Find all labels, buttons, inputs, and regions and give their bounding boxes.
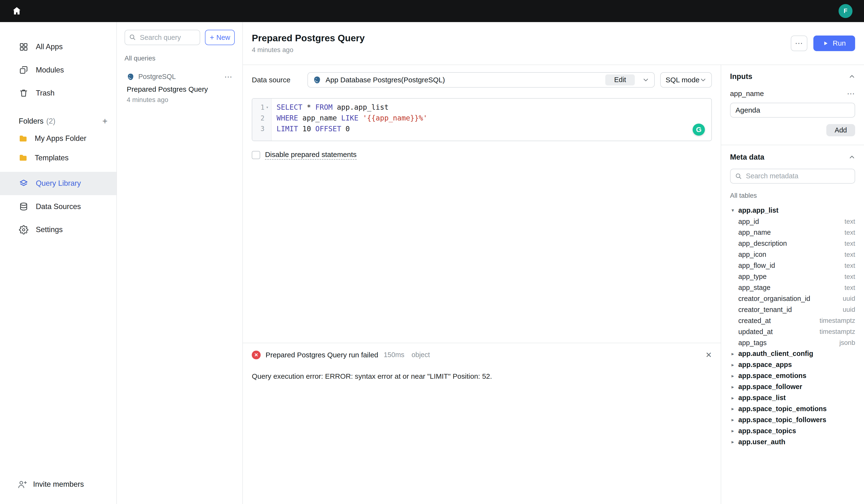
all-tables-label: All tables bbox=[730, 192, 855, 200]
code-token: app.app_list bbox=[333, 103, 388, 111]
folder-item-my-apps[interactable]: My Apps Folder bbox=[0, 129, 117, 148]
page-subtitle: 4 minutes ago bbox=[252, 46, 365, 54]
table-collapsed-row[interactable]: ▸app.space_topic_followers bbox=[730, 414, 855, 425]
table-column-row[interactable]: app_stagetext bbox=[730, 282, 855, 293]
table-name: app.space_follower bbox=[738, 383, 802, 391]
result-title: Prepared Postgres Query run failed bbox=[266, 351, 378, 359]
code-line[interactable]: WHERE app_name LIKE '{{app_name}}%' bbox=[276, 112, 711, 123]
sidebar-item-modules[interactable]: Modules bbox=[0, 58, 117, 81]
right-panel: Inputs app_name ⋯ Add bbox=[721, 65, 864, 504]
add-input-button[interactable]: Add bbox=[826, 124, 855, 136]
table-name: app.space_apps bbox=[738, 361, 792, 369]
table-collapsed-row[interactable]: ▸app.space_apps bbox=[730, 359, 855, 370]
metadata-search-input[interactable] bbox=[730, 169, 855, 184]
column-name: app_name bbox=[738, 228, 771, 237]
column-name: app_stage bbox=[738, 284, 770, 291]
metadata-tree: ▾ app.app_list app_idtextapp_nametextapp… bbox=[730, 204, 855, 447]
table-expanded-header[interactable]: ▾ app.app_list bbox=[730, 204, 855, 216]
sidebar-item-trash[interactable]: Trash bbox=[0, 82, 117, 105]
query-result-panel: ✕ Prepared Postgres Query run failed 150… bbox=[243, 343, 721, 504]
sql-mode-select[interactable]: SQL mode bbox=[660, 72, 712, 87]
column-type: uuid bbox=[843, 306, 855, 313]
column-name: app_description bbox=[738, 240, 787, 248]
table-column-row[interactable]: app_icontext bbox=[730, 249, 855, 260]
table-collapsed-row[interactable]: ▸app.space_topic_emotions bbox=[730, 404, 855, 415]
table-column-row[interactable]: app_tagsjsonb bbox=[730, 337, 855, 348]
table-column-row[interactable]: app_nametext bbox=[730, 227, 855, 238]
disable-prepared-label: Disable prepared statements bbox=[265, 151, 357, 159]
panel-divider bbox=[721, 145, 864, 145]
invite-members-button[interactable]: Invite members bbox=[0, 473, 117, 495]
code-line[interactable]: SELECT * FROM app.app_list bbox=[276, 102, 711, 112]
add-user-icon bbox=[17, 480, 27, 489]
code-token: * bbox=[302, 103, 315, 111]
sidebar-item-settings[interactable]: Settings bbox=[0, 218, 117, 241]
param-menu-icon[interactable]: ⋯ bbox=[847, 89, 855, 98]
inputs-section-header[interactable]: Inputs bbox=[730, 72, 855, 81]
metadata-title: Meta data bbox=[730, 153, 765, 161]
editor-code[interactable]: SELECT * FROM app.app_listWHERE app_name… bbox=[272, 99, 712, 141]
fold-caret-icon[interactable]: ▾ bbox=[264, 105, 270, 110]
table-column-row[interactable]: app_idtext bbox=[730, 216, 855, 227]
new-query-button[interactable]: + New bbox=[205, 30, 235, 45]
param-value-input[interactable] bbox=[730, 103, 855, 118]
avatar[interactable]: F bbox=[839, 4, 852, 18]
table-column-row[interactable]: app_typetext bbox=[730, 271, 855, 282]
sidebar-item-label: Settings bbox=[36, 225, 63, 234]
add-folder-icon[interactable]: + bbox=[103, 117, 108, 126]
table-collapsed-row[interactable]: ▸app.space_follower bbox=[730, 381, 855, 392]
code-token: WHERE bbox=[276, 114, 298, 122]
code-token: 0 bbox=[341, 124, 350, 133]
table-column-row[interactable]: creator_organisation_iduuid bbox=[730, 293, 855, 304]
datasource-row: Data source App Database Postgres(Postgr… bbox=[252, 72, 712, 87]
table-column-row[interactable]: created_attimestamptz bbox=[730, 315, 855, 326]
caret-down-icon: ▾ bbox=[730, 207, 736, 213]
datasource-select[interactable]: App Database Postgres(PostgreSQL) Edit bbox=[308, 72, 655, 87]
query-item-menu-icon[interactable]: ⋯ bbox=[224, 72, 232, 81]
folders-label: Folders bbox=[19, 117, 44, 125]
gutter-line: 3 bbox=[252, 123, 271, 134]
table-collapsed-row[interactable]: ▸app.space_topics bbox=[730, 425, 855, 436]
table-collapsed-row[interactable]: ▸app.space_list bbox=[730, 392, 855, 404]
close-icon[interactable]: ✕ bbox=[705, 350, 712, 360]
gutter-line: 1▾ bbox=[252, 102, 271, 112]
table-collapsed-row[interactable]: ▸app.user_auth bbox=[730, 436, 855, 447]
table-name: app.space_emotions bbox=[738, 372, 806, 380]
grammarly-icon[interactable]: G bbox=[693, 123, 705, 136]
folder-label: My Apps Folder bbox=[35, 134, 86, 143]
metadata-section-header[interactable]: Meta data bbox=[730, 153, 855, 161]
sql-editor[interactable]: 1▾23 SELECT * FROM app.app_listWHERE app… bbox=[252, 98, 712, 141]
table-collapsed-row[interactable]: ▸app.space_emotions bbox=[730, 370, 855, 381]
folder-icon bbox=[19, 153, 27, 162]
sidebar-item-data-sources[interactable]: Data Sources bbox=[0, 195, 117, 218]
param-row: app_name ⋯ bbox=[730, 89, 855, 98]
play-icon bbox=[823, 40, 828, 46]
result-type-tab[interactable]: object bbox=[411, 351, 430, 359]
table-collapsed-row[interactable]: ▸app.auth_client_config bbox=[730, 348, 855, 359]
more-actions-button[interactable]: ⋯ bbox=[791, 36, 807, 51]
code-token: FROM bbox=[315, 103, 333, 111]
table-column-row[interactable]: updated_attimestamptz bbox=[730, 326, 855, 337]
sidebar-item-all-apps[interactable]: All Apps bbox=[0, 35, 117, 58]
table-name: app.space_topic_followers bbox=[738, 416, 826, 424]
table-column-row[interactable]: creator_tenant_iduuid bbox=[730, 304, 855, 315]
postgresql-icon bbox=[313, 76, 321, 84]
query-list-item[interactable]: PostgreSQL ⋯ Prepared Postgres Query 4 m… bbox=[124, 69, 235, 107]
sidebar-item-query-library[interactable]: Query Library bbox=[0, 172, 117, 195]
column-type: jsonb bbox=[839, 339, 855, 347]
query-list-toolbar: + New bbox=[124, 30, 235, 45]
code-line[interactable]: LIMIT 10 OFFSET 0 bbox=[276, 123, 711, 134]
folder-item-templates[interactable]: Templates bbox=[0, 148, 117, 168]
edit-datasource-button[interactable]: Edit bbox=[605, 74, 635, 86]
table-column-row[interactable]: app_descriptiontext bbox=[730, 238, 855, 249]
disable-prepared-checkbox[interactable] bbox=[252, 151, 260, 159]
page-header-actions: ⋯ Run bbox=[791, 36, 855, 51]
caret-right-icon: ▸ bbox=[730, 428, 736, 434]
sidebar-item-label: Modules bbox=[36, 66, 64, 74]
chevron-down-icon bbox=[643, 76, 649, 83]
run-button[interactable]: Run bbox=[813, 36, 855, 51]
home-icon[interactable] bbox=[12, 6, 22, 16]
table-column-row[interactable]: app_flow_idtext bbox=[730, 260, 855, 271]
table-name: app.space_topics bbox=[738, 427, 796, 435]
gutter-line: 2 bbox=[252, 112, 271, 123]
